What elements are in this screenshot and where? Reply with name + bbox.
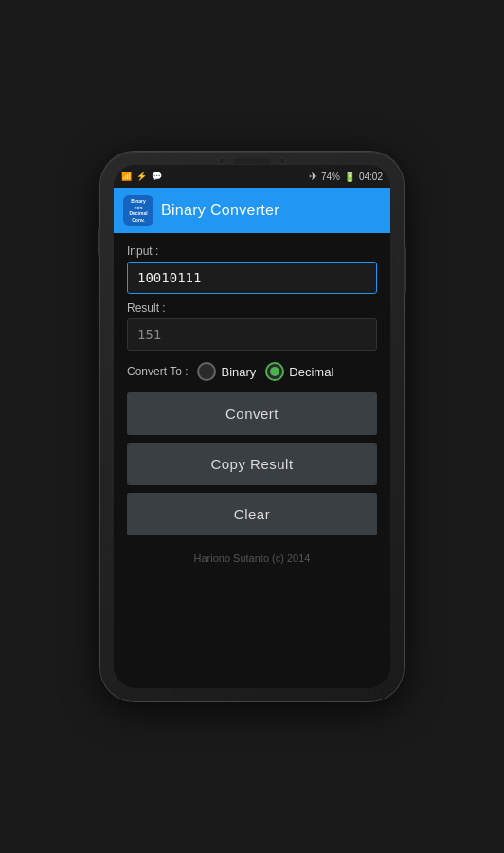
app-title: Binary Converter	[161, 202, 279, 219]
signal-icon: 📶	[121, 172, 132, 181]
phone-speaker	[233, 158, 271, 164]
power-button	[404, 246, 406, 294]
battery-percent: 74%	[321, 172, 340, 182]
footer: Hariono Sutanto (c) 2014	[127, 543, 377, 570]
phone-camera-2	[279, 157, 286, 165]
phone-screen: 📶 ⚡ 💬 ✈ 74% 🔋 04:02 Binary <=> Decimal C…	[114, 165, 390, 688]
app-header: Binary <=> Decimal Conv. Binary Converte…	[114, 188, 390, 233]
volume-button	[98, 227, 100, 256]
radio-decimal[interactable]	[265, 362, 284, 381]
phone-camera	[218, 157, 225, 165]
radio-binary-item[interactable]: Binary	[197, 362, 256, 381]
app-logo: Binary <=> Decimal Conv.	[123, 195, 153, 226]
status-right-info: ✈ 74% 🔋 04:02	[309, 171, 383, 183]
clock: 04:02	[359, 172, 383, 182]
battery-icon: 🔋	[344, 172, 355, 182]
radio-binary-label: Binary	[221, 365, 256, 379]
radio-binary[interactable]	[197, 362, 216, 381]
status-left-icons: 📶 ⚡ 💬	[121, 172, 162, 181]
copy-result-button[interactable]: Copy Result	[127, 443, 377, 485]
app-content: Input : Result : 151 Convert To : Binary	[114, 233, 390, 688]
radio-decimal-label: Decimal	[289, 365, 333, 379]
convert-to-row: Convert To : Binary Decimal	[127, 362, 377, 381]
airplane-icon: ✈	[309, 171, 317, 183]
input-section: Input :	[127, 245, 377, 294]
logo-line4: Conv.	[132, 217, 145, 224]
usb-icon: ⚡	[136, 172, 147, 181]
convert-button[interactable]: Convert	[127, 392, 377, 435]
phone-frame: 📶 ⚡ 💬 ✈ 74% 🔋 04:02 Binary <=> Decimal C…	[100, 152, 404, 701]
binary-input[interactable]	[127, 262, 377, 294]
status-bar: 📶 ⚡ 💬 ✈ 74% 🔋 04:02	[114, 165, 390, 188]
result-label: Result :	[127, 301, 377, 315]
convert-to-label: Convert To :	[127, 365, 188, 378]
clear-button[interactable]: Clear	[127, 493, 377, 535]
chat-icon: 💬	[152, 172, 162, 181]
result-display: 151	[127, 318, 377, 351]
input-label: Input :	[127, 245, 377, 258]
radio-decimal-item[interactable]: Decimal	[265, 362, 333, 381]
result-section: Result : 151	[127, 301, 377, 351]
radio-group: Binary Decimal	[197, 362, 333, 381]
